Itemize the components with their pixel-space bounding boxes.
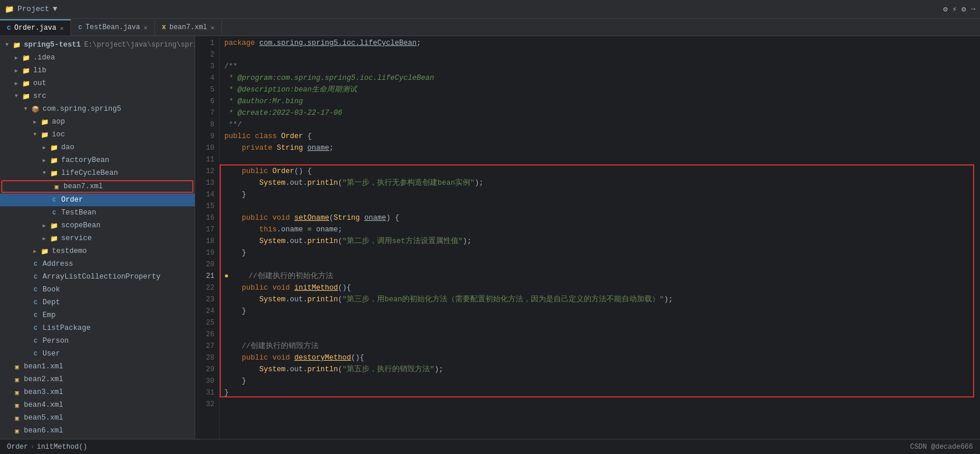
main-area: ▼ 📁 spring5-test1 E:\project\java\spring…: [0, 36, 980, 439]
sidebar-item-scopebean[interactable]: ▶ 📁 scopeBean: [0, 219, 195, 232]
sidebar-item-package[interactable]: ▼ 📦 com.spring.spring5: [0, 103, 195, 115]
dropdown-arrow-icon: ▼: [53, 5, 58, 13]
expand-arrow-icon: ▶: [12, 68, 21, 74]
expand-arrow-icon: ▶: [40, 235, 49, 242]
folder-icon: 📁: [49, 235, 59, 242]
xml-file-icon: ▣: [12, 376, 22, 383]
xml-icon: X: [162, 24, 166, 31]
line-num-29: 29: [195, 364, 214, 375]
config-icon[interactable]: ⚙: [961, 5, 966, 14]
code-line-20: [224, 259, 980, 270]
sidebar-item-ioc[interactable]: ▼ 📁 ioc: [0, 128, 195, 141]
sidebar-label: lifeCycleBean: [61, 169, 118, 177]
line-num-25: 25: [195, 317, 214, 329]
code-line-9: public class Order {: [224, 131, 980, 142]
sidebar-item-dao[interactable]: ▶ 📁 dao: [0, 141, 195, 154]
code-line-30: }: [224, 375, 980, 387]
sidebar-item-out[interactable]: ▶ 📁 out: [0, 77, 195, 90]
line-num-32: 32: [195, 399, 214, 410]
expand-arrow-icon: ▼: [21, 106, 30, 112]
code-lines: package com.spring.spring5.ioc.lifeCycle…: [220, 36, 980, 439]
sidebar-item-idea[interactable]: ▶ 📁 .idea: [0, 51, 195, 64]
sidebar-item-bean1[interactable]: ▣ bean1.xml: [0, 360, 195, 373]
sidebar-label: scopeBean: [61, 221, 101, 230]
tabs-bar: C Order.java ✕ C TestBean.java ✕ X bean7…: [0, 19, 980, 36]
tab-bean7-xml[interactable]: X bean7.xml ✕: [155, 19, 222, 36]
code-line-28: public void destoryMethod(){: [224, 352, 980, 364]
java-class-icon: C: [30, 300, 41, 306]
sidebar-item-lifecyclebean[interactable]: ▼ 📁 lifeCycleBean: [0, 167, 195, 180]
expand-arrow-icon: ▶: [12, 55, 21, 61]
line-num-10: 10: [195, 142, 214, 154]
sidebar-label: .idea: [33, 54, 55, 62]
settings-icon[interactable]: ⚙: [943, 5, 948, 14]
sidebar-item-bean5[interactable]: ▣ bean5.xml: [0, 411, 195, 424]
code-line-7: * @create:2022-03-22-17-06: [224, 107, 980, 119]
sidebar-item-factorybean[interactable]: ▶ 📁 factoryBean: [0, 154, 195, 167]
sidebar-item-bean7-xml[interactable]: ▣ bean7.xml: [1, 180, 193, 193]
run-icon[interactable]: ⚡: [953, 5, 957, 14]
sidebar-item-address[interactable]: C Address: [0, 258, 195, 270]
expand-arrow-icon: ▼: [40, 170, 49, 176]
sidebar-item-bean3[interactable]: ▣ bean3.xml: [0, 386, 195, 399]
code-line-1: package com.spring.spring5.ioc.lifeCycle…: [224, 37, 980, 49]
sidebar-item-arraylist[interactable]: C ArrayListCollectionProperty: [0, 270, 195, 283]
line-num-30: 30: [195, 375, 214, 387]
sidebar-item-project[interactable]: ▼ 📁 spring5-test1 E:\project\java\spring…: [0, 38, 195, 51]
line-num-8: 8: [195, 119, 214, 131]
close-icon[interactable]: ✕: [211, 24, 215, 31]
code-editor[interactable]: 1 2 3 4 5 6 7 8 9 10 11 12 13 14 15 16 1…: [195, 36, 980, 439]
sidebar-item-bean6[interactable]: ▣ bean6.xml: [0, 424, 195, 437]
sidebar-label: out: [33, 79, 47, 87]
sidebar-item-src[interactable]: ▼ 📁 src: [0, 90, 195, 103]
sidebar-label: testdemo: [52, 247, 87, 255]
sidebar-item-listpackage[interactable]: C ListPackage: [0, 322, 195, 335]
code-line-26: [224, 329, 980, 340]
project-dropdown[interactable]: 📁 Project ▼: [5, 5, 57, 14]
sidebar-item-emp[interactable]: C Emp: [0, 309, 195, 322]
line-num-17: 17: [195, 224, 214, 235]
sidebar-label: bean6.xml: [24, 427, 64, 435]
close-icon[interactable]: ✕: [143, 24, 147, 31]
sidebar-item-aop[interactable]: ▶ 📁 aop: [0, 115, 195, 128]
breadcrumb-part-1: Order: [7, 443, 28, 451]
sidebar-item-bean4[interactable]: ▣ bean4.xml: [0, 399, 195, 411]
tab-testbean-java[interactable]: C TestBean.java ✕: [71, 19, 155, 36]
line-num-7: 7: [195, 107, 214, 119]
project-icon: 📁: [12, 41, 22, 49]
code-line-6: * @author:Mr.bing: [224, 96, 980, 107]
code-line-2: [224, 49, 980, 61]
sidebar-label: Emp: [43, 311, 56, 319]
java-class-icon: C: [49, 197, 59, 203]
sidebar-item-service[interactable]: ▶ 📁 service: [0, 232, 195, 245]
sidebar-item-dept[interactable]: C Dept: [0, 296, 195, 309]
arrow-icon[interactable]: →: [971, 5, 975, 14]
sidebar-item-book[interactable]: C Book: [0, 283, 195, 296]
sidebar-label: ioc: [52, 131, 65, 139]
line-num-3: 3: [195, 61, 214, 72]
sidebar-item-lib[interactable]: ▶ 📁 lib: [0, 64, 195, 77]
sidebar-item-user[interactable]: C User: [0, 347, 195, 360]
expand-arrow-icon: ▶: [30, 119, 40, 125]
sidebar-item-bean2[interactable]: ▣ bean2.xml: [0, 373, 195, 386]
line-numbers: 1 2 3 4 5 6 7 8 9 10 11 12 13 14 15 16 1…: [195, 36, 220, 439]
code-line-22: public void initMethod(){: [224, 282, 980, 294]
tab-order-java[interactable]: C Order.java ✕: [0, 19, 71, 36]
line-num-22: 22: [195, 282, 214, 294]
sidebar-label: bean1.xml: [24, 363, 64, 371]
sidebar-label: aop: [52, 118, 65, 126]
xml-file-icon: ▣: [12, 414, 22, 422]
sidebar-item-order[interactable]: C Order: [0, 193, 195, 206]
folder-icon: 📁: [49, 222, 59, 230]
watermark: CSDN @decade666: [910, 443, 973, 451]
line-num-20: 20: [195, 259, 214, 270]
close-icon[interactable]: ✕: [60, 24, 64, 32]
sidebar-item-person[interactable]: C Person: [0, 335, 195, 347]
sidebar-item-testbean[interactable]: C TestBean: [0, 206, 195, 219]
line-num-6: 6: [195, 96, 214, 107]
sidebar-label: bean5.xml: [24, 414, 64, 422]
sidebar-item-testdemo[interactable]: ▶ 📁 testdemo: [0, 245, 195, 258]
expand-arrow-icon: ▶: [12, 80, 21, 87]
expand-arrow-icon: ▶: [30, 248, 40, 255]
sidebar-label: ListPackage: [43, 324, 91, 332]
